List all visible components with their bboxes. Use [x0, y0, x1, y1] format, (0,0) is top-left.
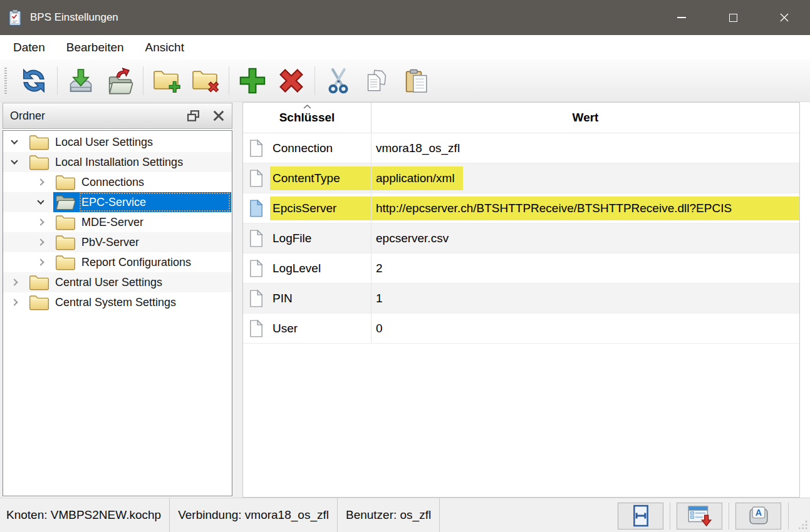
open-folder-icon	[105, 67, 134, 95]
main-area: Ordner Local User Settings Local Install…	[0, 102, 810, 498]
value-cell: application/xml	[371, 163, 799, 193]
toolbar-grip[interactable]	[4, 68, 7, 94]
cut-button[interactable]	[320, 63, 356, 99]
tree-item-local-installation-settings[interactable]: Local Installation Settings	[3, 152, 232, 172]
chevron-right-icon[interactable]	[37, 178, 44, 185]
window-controls	[656, 0, 810, 35]
clipboard-check-icon	[8, 9, 22, 27]
tree-item-connections[interactable]: Connections	[3, 172, 232, 192]
tree-item-mde-server[interactable]: MDE-Server	[3, 212, 232, 232]
tree-item-label: EPC-Service	[81, 196, 146, 209]
import-button[interactable]	[63, 63, 99, 99]
statusbar: Knoten: VMBPS2NEW.kochp Verbindung: vmor…	[0, 498, 810, 532]
float-panel-icon[interactable]	[187, 110, 200, 122]
tree-item-label: Local Installation Settings	[55, 156, 183, 169]
status-user-text: Benutzer: os_zfl	[346, 508, 431, 522]
toolbar-separator	[314, 66, 315, 95]
tree-item-label: Report Configurations	[81, 256, 191, 269]
menu-bearbeiten[interactable]: Bearbeiten	[56, 38, 135, 58]
key-cell: LogFile	[243, 223, 371, 253]
key-label: LogLevel	[273, 262, 321, 275]
key-label: LogFile	[273, 232, 311, 245]
chevron-right-icon[interactable]	[37, 238, 44, 245]
chevron-down-icon[interactable]	[37, 197, 44, 204]
chevron-down-icon[interactable]	[11, 137, 18, 144]
toolbar-separator	[57, 66, 58, 95]
table-row-connection[interactable]: Connection vmora18_os_zfl	[243, 133, 799, 163]
export-list-icon	[687, 503, 713, 529]
sort-ascending-icon	[303, 105, 311, 109]
maximize-button[interactable]	[707, 0, 759, 35]
chevron-down-icon[interactable]	[11, 157, 18, 164]
value-cell: http://epcserver.ch/BTSHTTPReceive/BTSHT…	[371, 193, 799, 223]
key-cell: LogLevel	[243, 253, 371, 283]
open-folder-button[interactable]	[101, 63, 138, 99]
value-label: 2	[376, 262, 383, 275]
tree-item-label: PbV-Server	[81, 236, 139, 249]
table-row-loglevel[interactable]: LogLevel 2	[243, 253, 799, 284]
settings-table: Schlüssel Wert Connection vmora18_os_zfl…	[242, 102, 800, 498]
tree-item-local-user-settings[interactable]: Local User Settings	[3, 132, 232, 152]
paste-button[interactable]	[398, 63, 434, 99]
chevron-right-icon[interactable]	[11, 299, 18, 305]
page-icon	[249, 260, 263, 277]
delete-folder-icon	[191, 68, 220, 94]
value-cell: epcserver.csv	[371, 223, 799, 253]
key-label: Connection	[273, 141, 333, 155]
menu-ansicht[interactable]: Ansicht	[135, 38, 195, 58]
menubar: Daten Bearbeiten Ansicht	[0, 35, 810, 59]
open-folder-icon	[55, 194, 76, 210]
table-row-logfile[interactable]: LogFile epcserver.csv	[243, 223, 799, 253]
folder-icon	[29, 294, 49, 310]
close-icon	[779, 13, 789, 23]
minimize-button[interactable]	[656, 0, 707, 35]
panel-splitter[interactable]	[232, 102, 242, 498]
tree-item-label: Central User Settings	[55, 276, 162, 289]
page-icon	[249, 230, 263, 247]
chevron-right-icon[interactable]	[37, 258, 44, 265]
page-icon	[249, 140, 263, 157]
resize-grip-icon[interactable]	[798, 520, 808, 530]
value-label: 1	[376, 292, 383, 305]
table-row-epcisserver[interactable]: EpcisServer http://epcserver.ch/BTSHTTPR…	[243, 193, 799, 223]
app-window: BPS Einstellungen Daten Bearbeiten Ansic…	[0, 0, 810, 532]
tree-item-label: MDE-Server	[81, 216, 143, 229]
folder-icon	[29, 134, 49, 150]
chevron-right-icon[interactable]	[37, 218, 44, 225]
status-node-text: Knoten: VMBPS2NEW.kochp	[6, 508, 161, 522]
key-cell: Connection	[243, 133, 371, 163]
tree-item-pbv-server[interactable]: PbV-Server	[3, 232, 232, 252]
tree-item-report-configurations[interactable]: Report Configurations	[3, 252, 232, 272]
refresh-button[interactable]	[16, 63, 52, 99]
tree-item-central-user-settings[interactable]: Central User Settings	[3, 272, 232, 292]
tree-item-central-system-settings[interactable]: Central System Settings	[3, 292, 232, 312]
close-button[interactable]	[759, 0, 810, 35]
toolbar-separator	[229, 66, 229, 95]
add-folder-button[interactable]	[148, 63, 185, 99]
page-icon	[249, 290, 263, 307]
font-button[interactable]	[735, 503, 781, 529]
key-label: PIN	[273, 292, 293, 305]
column-header-value[interactable]: Wert	[371, 103, 799, 133]
tree-item-label: Central System Settings	[55, 296, 176, 309]
tree-item-epc-service[interactable]: EPC-Service	[3, 192, 232, 212]
copy-icon	[364, 68, 390, 94]
fit-width-button[interactable]	[618, 503, 663, 529]
table-row-pin[interactable]: PIN 1	[243, 284, 799, 314]
delete-key-button[interactable]	[273, 63, 309, 99]
add-key-button[interactable]	[234, 63, 271, 99]
menu-daten[interactable]: Daten	[3, 38, 56, 58]
minimize-icon	[677, 17, 686, 18]
chevron-right-icon[interactable]	[11, 279, 18, 285]
key-cell: EpcisServer	[243, 193, 371, 223]
copy-button[interactable]	[359, 63, 395, 99]
value-label: epcserver.csv	[376, 232, 449, 245]
table-row-contenttype[interactable]: ContentType application/xml	[243, 163, 799, 193]
add-key-icon	[237, 66, 267, 96]
close-panel-icon[interactable]	[212, 110, 225, 122]
table-row-user[interactable]: User 0	[243, 314, 799, 344]
value-label-highlighted: application/xml	[371, 166, 463, 190]
delete-folder-button[interactable]	[187, 63, 224, 99]
export-list-button[interactable]	[677, 503, 722, 529]
value-cell: vmora18_os_zfl	[371, 133, 799, 163]
